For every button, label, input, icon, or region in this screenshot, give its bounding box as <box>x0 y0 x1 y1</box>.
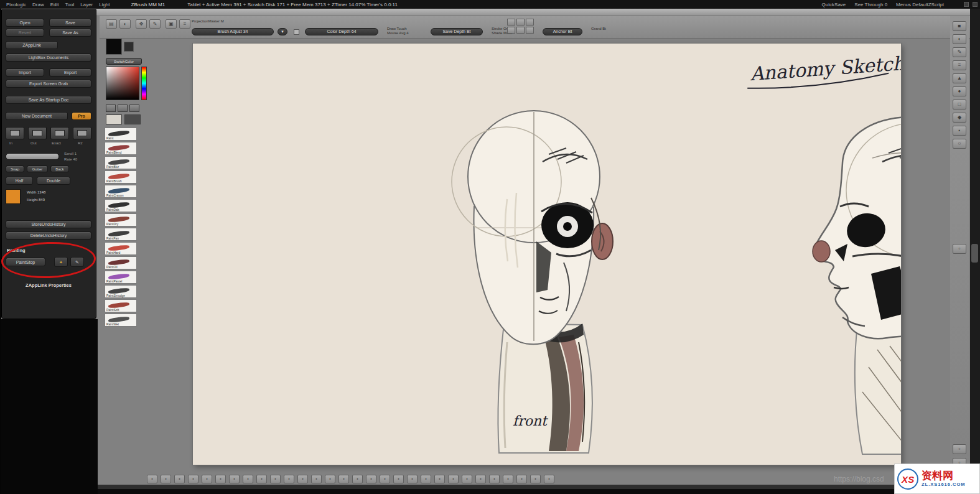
bottom-shelf-button[interactable]: ▪ <box>380 475 390 483</box>
scroll-tool-icon[interactable]: ▤ <box>106 19 117 29</box>
right-shelf-button[interactable]: ■ <box>953 21 966 31</box>
zoom-in-icon[interactable] <box>6 127 24 139</box>
brush-adjust-slider[interactable]: Brush Adjust 34 <box>192 28 274 35</box>
move-tool-icon[interactable]: ✥ <box>136 19 147 29</box>
projection-master-label[interactable]: ProjectionMaster M <box>192 19 224 24</box>
bottom-shelf-button[interactable]: ▪ <box>188 475 198 483</box>
bottom-shelf-button[interactable]: ▪ <box>174 475 185 483</box>
color-depth-checkbox[interactable] <box>294 29 299 35</box>
pro-toggle[interactable]: Pro <box>72 112 91 120</box>
bottom-shelf-button[interactable]: ▪ <box>297 475 308 483</box>
brush-thumbnail[interactable]: Paint <box>105 128 137 141</box>
brush-thumbnail[interactable]: PaintDry <box>105 213 137 226</box>
bottom-shelf-button[interactable]: ▪ <box>147 475 157 483</box>
save-startup-doc-button[interactable]: Save As Startup Doc <box>6 96 91 104</box>
color-picker-square[interactable] <box>106 67 139 100</box>
right-shelf-button[interactable]: ● <box>953 86 966 96</box>
snapshot-grid-icon[interactable] <box>507 19 515 26</box>
zoom-exact-icon[interactable] <box>50 127 69 139</box>
brush-thumbnail[interactable]: PaintBlur <box>105 156 137 169</box>
menu-item[interactable]: Tool <box>65 2 74 7</box>
lightbox-documents-button[interactable]: LightBox Documents <box>6 54 91 62</box>
bottom-shelf-button[interactable]: ▪ <box>270 475 281 483</box>
scrollbar-thumb[interactable] <box>971 244 978 263</box>
bottom-shelf-button[interactable]: ▪ <box>256 475 267 483</box>
revert-button[interactable]: Revert <box>6 29 44 37</box>
bottom-shelf-button[interactable]: ▪ <box>243 475 253 483</box>
right-shelf-button[interactable]: ▫ <box>953 444 966 454</box>
bottom-shelf-button[interactable]: ▪ <box>407 475 418 483</box>
brush-thumbnail[interactable]: PaintSoft <box>105 299 137 312</box>
range-slider[interactable] <box>6 153 59 160</box>
bottom-shelf-button[interactable]: ▪ <box>393 475 404 483</box>
import-button[interactable]: Import <box>6 68 44 77</box>
right-shelf-button[interactable]: ✎ <box>953 47 966 57</box>
stroke-preview-tile[interactable] <box>106 114 122 124</box>
snapshot-grid-icon[interactable] <box>516 19 525 26</box>
snapshot-grid-icon[interactable] <box>507 27 515 34</box>
menu-item[interactable]: Draw <box>32 2 44 7</box>
save-as-button[interactable]: Save As <box>49 29 91 37</box>
brush-thumbnail[interactable]: PaintWet <box>105 314 137 327</box>
brush-thumbnail[interactable]: PaintSmudge <box>105 285 137 298</box>
bottom-shelf-button[interactable]: ▪ <box>462 475 472 483</box>
save-button[interactable]: Save <box>49 19 91 27</box>
brush-thumbnail[interactable]: PaintBrush <box>105 170 137 184</box>
right-shelf-button[interactable]: ▪ <box>953 126 966 136</box>
paintstop-button[interactable]: PaintStop <box>6 258 45 266</box>
open-button[interactable]: Open <box>6 19 44 27</box>
right-shelf-button[interactable]: ≡ <box>953 60 966 70</box>
main-color-swatch[interactable] <box>106 39 122 55</box>
right-shelf-button[interactable]: ◆ <box>953 113 966 123</box>
brush-thumbnail[interactable]: PaintDab <box>105 199 137 212</box>
document-canvas[interactable]: Anatomy Sketch <box>193 44 901 465</box>
back-color-swatch[interactable] <box>6 189 21 204</box>
bottom-shelf-button[interactable]: ▪ <box>311 475 322 483</box>
bottom-shelf-button[interactable]: ▪ <box>161 475 171 483</box>
bottom-shelf-button[interactable]: ▪ <box>202 475 212 483</box>
brush-thumbnail[interactable]: PaintBlend <box>105 142 137 155</box>
menubar-status-item[interactable]: QuickSave <box>822 2 846 7</box>
snap-button[interactable]: Snap <box>6 165 24 172</box>
draw-tool-icon[interactable]: ✎ <box>149 19 161 29</box>
bottom-shelf-button[interactable]: ▪ <box>544 475 554 483</box>
brush-thumbnail[interactable]: PaintHard <box>105 242 137 255</box>
snapshot-grid-icon[interactable] <box>526 19 534 26</box>
pencil-icon[interactable]: ✎ <box>70 257 84 267</box>
zoom-out-icon[interactable] <box>28 127 47 139</box>
right-shelf-button[interactable]: ▲ <box>953 73 966 83</box>
switch-color-button[interactable]: SwitchColor <box>106 58 142 65</box>
bottom-shelf-button[interactable]: ▪ <box>229 475 240 483</box>
bottom-shelf-button[interactable]: ▪ <box>503 475 513 483</box>
zoom-r2-icon[interactable] <box>73 127 91 139</box>
bottom-shelf-button[interactable]: ▪ <box>338 475 349 483</box>
bottom-shelf-button[interactable]: ▪ <box>366 475 376 483</box>
bottom-shelf-button[interactable]: ▪ <box>530 475 541 483</box>
dropdown-arrow-icon[interactable]: ▾ <box>278 28 287 35</box>
right-scrollbar[interactable] <box>970 9 980 494</box>
bottom-shelf-button[interactable]: ▪ <box>489 475 500 483</box>
texture-icon[interactable] <box>118 105 128 112</box>
menu-item[interactable]: Edit <box>50 2 59 7</box>
store-undo-history-button[interactable]: StoreUndoHistory <box>6 220 91 228</box>
window-controls-icon[interactable] <box>964 2 969 7</box>
zapplink-button[interactable]: ZAppLink <box>6 41 58 49</box>
hue-strip[interactable] <box>141 67 147 100</box>
menubar-status-item[interactable]: See Through 0 <box>854 2 887 7</box>
export-button[interactable]: Export <box>49 68 91 77</box>
brush-thumbnail[interactable]: PaintOil <box>105 256 137 269</box>
snapshot-grid-icon[interactable] <box>516 27 525 34</box>
bottom-shelf-button[interactable]: ▪ <box>325 475 335 483</box>
window-menu-icon[interactable] <box>973 2 978 7</box>
brush-thumbnail[interactable]: PaintPastel <box>105 271 137 284</box>
alpha-preview-tile[interactable] <box>124 114 141 124</box>
alpha-icon[interactable] <box>129 105 139 112</box>
snapshot-grid-icon[interactable] <box>526 27 534 34</box>
half-button[interactable]: Half <box>6 177 33 185</box>
menu-item[interactable]: Layer <box>80 2 93 7</box>
right-shelf-button[interactable]: ▫ <box>953 244 966 254</box>
zoom-tool-icon[interactable]: ◐ <box>119 19 131 29</box>
brush-thumbnail[interactable]: PaintCrayon <box>105 185 137 198</box>
bottom-shelf-button[interactable]: ▪ <box>448 475 459 483</box>
menubar-status-item[interactable]: Menus DefaultZScript <box>896 2 944 7</box>
